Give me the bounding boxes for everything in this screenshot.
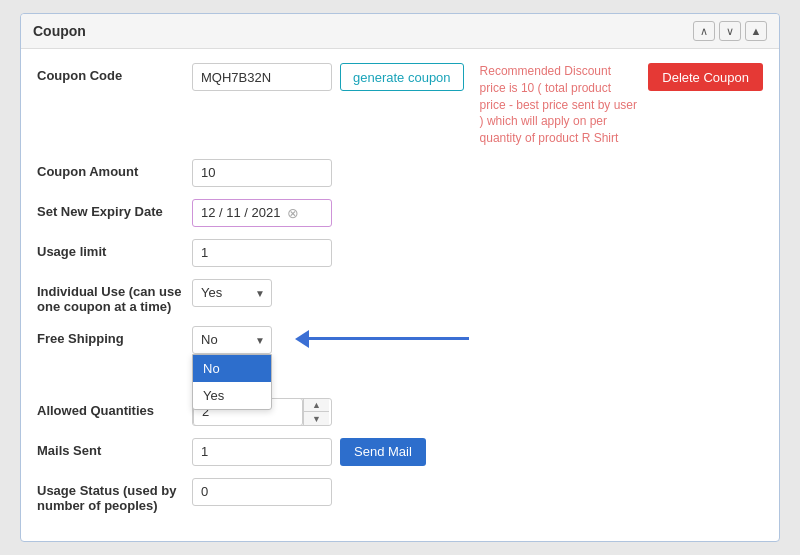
dropdown-item-yes[interactable]: Yes xyxy=(193,382,271,409)
expiry-date-input-wrap[interactable]: 12 / 11 / 2021 ⊗ xyxy=(192,199,332,227)
usage-limit-input[interactable] xyxy=(192,239,332,267)
coupon-code-controls: generate coupon Recommended Discount pri… xyxy=(192,63,763,147)
free-shipping-dropdown: No Yes xyxy=(192,354,272,410)
coupon-amount-controls xyxy=(192,159,763,187)
dropdown-spacer xyxy=(37,354,763,398)
generate-coupon-button[interactable]: generate coupon xyxy=(340,63,464,91)
expiry-date-row: Set New Expiry Date 12 / 11 / 2021 ⊗ xyxy=(37,199,763,227)
allowed-quantities-label: Allowed Quantities xyxy=(37,398,192,418)
send-mail-button[interactable]: Send Mail xyxy=(340,438,426,466)
arrow-indicator xyxy=(296,330,469,348)
coupon-panel: Coupon ∧ ∨ ▲ Coupon Code generate coupon… xyxy=(20,13,780,542)
dropdown-item-no[interactable]: No xyxy=(193,355,271,382)
allowed-quantities-controls: ▲ ▼ xyxy=(192,398,763,426)
panel-controls: ∧ ∨ ▲ xyxy=(693,21,767,41)
qty-spinners: ▲ ▼ xyxy=(303,399,329,425)
coupon-amount-row: Coupon Amount xyxy=(37,159,763,187)
qty-spin-down[interactable]: ▼ xyxy=(304,412,329,425)
individual-use-controls: Yes No ▼ xyxy=(192,279,763,307)
expiry-clear-button[interactable]: ⊗ xyxy=(287,206,299,220)
collapse-up-button[interactable]: ∧ xyxy=(693,21,715,41)
usage-status-label: Usage Status (used by number of peoples) xyxy=(37,478,192,513)
free-shipping-controls: No Yes ▼ No Yes xyxy=(192,326,763,354)
individual-use-select-wrap: Yes No ▼ xyxy=(192,279,272,307)
expiry-date-value: 12 / 11 / 2021 xyxy=(201,205,281,220)
mails-sent-controls: Send Mail xyxy=(192,438,763,466)
free-shipping-label: Free Shipping xyxy=(37,326,192,346)
expiry-date-controls: 12 / 11 / 2021 ⊗ xyxy=(192,199,763,227)
usage-limit-controls xyxy=(192,239,763,267)
qty-spin-up[interactable]: ▲ xyxy=(304,399,329,413)
coupon-code-input[interactable] xyxy=(192,63,332,91)
coupon-code-row: Coupon Code generate coupon Recommended … xyxy=(37,63,763,147)
allowed-quantities-row: Allowed Quantities ▲ ▼ xyxy=(37,398,763,426)
mails-sent-label: Mails Sent xyxy=(37,438,192,458)
usage-limit-row: Usage limit xyxy=(37,239,763,267)
panel-body: Coupon Code generate coupon Recommended … xyxy=(21,49,779,541)
usage-status-controls xyxy=(192,478,763,506)
free-shipping-row: Free Shipping No Yes ▼ No Yes xyxy=(37,326,763,354)
hint-text: Recommended Discount price is 10 ( total… xyxy=(480,64,637,145)
arrow-head xyxy=(295,330,309,348)
free-shipping-select-wrap: No Yes ▼ No Yes xyxy=(192,326,272,354)
collapse-down-button[interactable]: ∨ xyxy=(719,21,741,41)
delete-coupon-button[interactable]: Delete Coupon xyxy=(648,63,763,91)
mails-sent-row: Mails Sent Send Mail xyxy=(37,438,763,466)
expiry-date-label: Set New Expiry Date xyxy=(37,199,192,219)
usage-status-input xyxy=(192,478,332,506)
arrow-line xyxy=(309,337,469,340)
free-shipping-select[interactable]: No Yes xyxy=(192,326,272,354)
expand-button[interactable]: ▲ xyxy=(745,21,767,41)
usage-limit-label: Usage limit xyxy=(37,239,192,259)
coupon-amount-label: Coupon Amount xyxy=(37,159,192,179)
individual-use-select[interactable]: Yes No xyxy=(192,279,272,307)
panel-header: Coupon ∧ ∨ ▲ xyxy=(21,14,779,49)
coupon-amount-input[interactable] xyxy=(192,159,332,187)
panel-title: Coupon xyxy=(33,23,86,39)
usage-status-row: Usage Status (used by number of peoples) xyxy=(37,478,763,513)
coupon-code-label: Coupon Code xyxy=(37,63,192,83)
individual-use-label: Individual Use (can use one coupon at a … xyxy=(37,279,192,314)
mails-sent-input[interactable] xyxy=(192,438,332,466)
individual-use-row: Individual Use (can use one coupon at a … xyxy=(37,279,763,314)
